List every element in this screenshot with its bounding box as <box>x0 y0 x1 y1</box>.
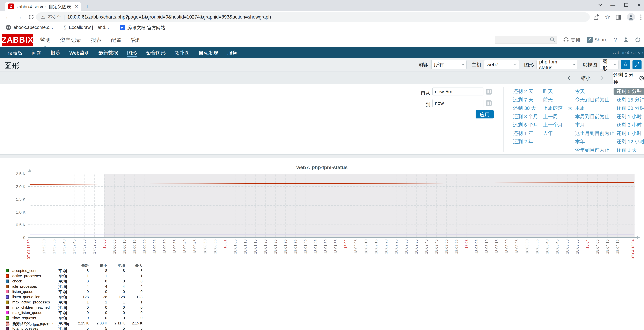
window-minimize-button[interactable]: — <box>610 2 616 8</box>
main-menu-item[interactable]: 报表 <box>91 36 102 44</box>
legend-series-name: listen_queue_len <box>12 294 58 299</box>
x-axis-tick-label: 18:01 <box>223 239 227 265</box>
browser-tab[interactable]: Z zabbix4-server: 自定义图表 [每 × <box>5 2 81 11</box>
quick-range-link[interactable]: 还剩 6 小时 <box>616 130 644 137</box>
help-link[interactable]: ? <box>614 37 617 43</box>
avatar[interactable] <box>627 13 635 21</box>
subnav-item[interactable]: 问题 <box>27 47 46 58</box>
x-axis-tick-label: 17:59:40 <box>62 239 66 265</box>
user-settings-icon[interactable] <box>623 37 629 43</box>
quick-range-link[interactable]: 上一周 <box>543 113 572 120</box>
subnav-item[interactable]: 服务 <box>223 47 242 58</box>
quick-range-link[interactable]: 还剩 2 天 <box>513 88 538 95</box>
quick-range-link[interactable]: 这个月到目前为止 <box>575 130 614 137</box>
main-menu-item[interactable]: 资产记录 <box>60 36 81 44</box>
quick-range-link[interactable]: 昨天 <box>543 88 572 95</box>
share-icon[interactable] <box>593 14 600 20</box>
quick-range-link[interactable]: 还剩 1 年 <box>513 130 538 137</box>
add-to-favorites-button[interactable]: ☆ <box>621 60 630 69</box>
zabbix-share-icon: Z <box>586 37 593 43</box>
quick-range-link[interactable]: 本月 <box>575 121 614 128</box>
host-select[interactable]: web7 <box>484 60 519 69</box>
url-text[interactable]: 10.0.0.61/zabbix/charts.php?page=1&group… <box>67 14 271 20</box>
side-panel-icon[interactable] <box>616 15 622 20</box>
quick-range-link[interactable]: 今天到目前为止 <box>575 96 614 103</box>
back-button[interactable]: ← <box>5 14 11 20</box>
legend-series-name: max_active_processes <box>12 299 58 305</box>
y-axis-tick-mark <box>28 212 30 212</box>
quick-range-link[interactable]: 本年 <box>575 138 614 145</box>
quick-range-link[interactable]: 今年到目前为止 <box>575 147 614 154</box>
window-close-button[interactable]: × <box>637 2 641 9</box>
quick-range-link[interactable]: 还剩 1 天 <box>616 147 644 154</box>
quick-range-link[interactable]: 还剩 2 年 <box>513 138 538 145</box>
subnav-item[interactable]: 最新数据 <box>94 47 122 58</box>
view-as-select[interactable]: 图形 <box>600 60 619 69</box>
time-forward-chevron-icon[interactable] <box>599 76 604 80</box>
main-menu-item[interactable]: 监测 <box>40 36 50 44</box>
y-axis <box>30 172 30 238</box>
bookmark-item[interactable]: §Excalidraw | Hand... <box>64 25 109 30</box>
quick-range-link[interactable]: 还剩 12 小时 <box>616 138 644 145</box>
time-back-chevron-icon[interactable] <box>568 76 572 80</box>
zabbix-logo[interactable]: ZABBIX <box>2 34 33 46</box>
support-link[interactable]: 支持 <box>563 36 580 43</box>
legend-func: [平均] <box>58 284 74 289</box>
subnav-item[interactable]: 仪表板 <box>3 47 27 58</box>
subnav-item[interactable]: 聚合图形 <box>142 47 170 58</box>
expand-icon <box>634 62 640 67</box>
quick-range-link[interactable]: 还剩 15 分钟 <box>616 96 644 103</box>
kiosk-mode-button[interactable] <box>632 60 642 69</box>
x-axis-tick-label: 18:04:15 <box>616 239 620 265</box>
quick-range-link[interactable]: 上一个月 <box>543 121 572 128</box>
logout-icon[interactable] <box>635 37 641 43</box>
new-tab-button[interactable]: + <box>86 3 89 10</box>
legend-row: max_active_processes[平均]1111 <box>6 299 142 305</box>
quick-range-link[interactable]: 还剩 3 小时 <box>616 121 644 128</box>
quick-range-link[interactable]: 上周的这一天 <box>543 105 572 112</box>
quick-range-link[interactable]: 去年 <box>543 130 572 137</box>
quick-range-link[interactable]: 还剩 7 天 <box>513 96 538 103</box>
subnav-item[interactable]: 图形 <box>122 47 142 58</box>
group-select[interactable]: 所有 <box>431 60 466 69</box>
browser-menu-icon[interactable] <box>640 15 642 20</box>
main-menu-item[interactable]: 管理 <box>131 36 142 44</box>
reload-button[interactable] <box>28 14 34 20</box>
quick-range-link[interactable]: 前天 <box>543 96 572 103</box>
to-input[interactable] <box>432 99 484 107</box>
share-link[interactable]: Z Share <box>586 37 608 43</box>
bookmark-item[interactable]: 腾讯文档-官方网站... <box>120 24 169 31</box>
to-calendar-icon[interactable] <box>486 100 492 106</box>
x-axis-tick-label: 18:00:40 <box>183 239 187 265</box>
quick-range-link[interactable]: 还剩 5 分钟 <box>614 88 644 95</box>
group-label: 群组 <box>419 61 429 68</box>
from-input[interactable] <box>432 88 484 96</box>
quick-range-link[interactable]: 还剩 1 小时 <box>616 113 644 120</box>
tab-close-icon[interactable]: × <box>75 3 78 10</box>
search-input[interactable] <box>495 36 557 44</box>
quick-range-link[interactable]: 还剩 6 个月 <box>513 121 538 128</box>
apply-button[interactable]: 应用 <box>476 110 494 118</box>
bookmark-item[interactable]: ebook.apecome.c... <box>6 25 53 30</box>
quick-range-link[interactable]: 今天 <box>575 88 614 95</box>
subnav-item[interactable]: 拓扑图 <box>170 47 194 58</box>
subnav-item[interactable]: 概览 <box>46 47 65 58</box>
forward-button[interactable]: → <box>16 14 22 20</box>
quick-range-link[interactable]: 本周 <box>575 105 614 112</box>
legend-max: 1 <box>125 299 142 305</box>
from-calendar-icon[interactable] <box>486 89 492 95</box>
bookmark-star-icon[interactable]: ☆ <box>605 14 610 20</box>
window-maximize-button[interactable] <box>624 3 628 7</box>
time-range-tab[interactable]: 还剩 5 分钟 <box>613 72 644 84</box>
subnav-item[interactable]: 自动发现 <box>194 47 223 58</box>
quick-range-link[interactable]: 还剩 3 个月 <box>513 113 538 120</box>
quick-range-link[interactable]: 还剩 30 天 <box>513 105 538 112</box>
subnav-item[interactable]: Web监测 <box>65 47 94 58</box>
quick-range-link[interactable]: 还剩 30 分钟 <box>616 105 644 112</box>
graph-select[interactable]: php-fpm-status <box>536 60 578 69</box>
tab-search-chevron-icon[interactable] <box>598 3 602 6</box>
quick-range-link[interactable]: 本周到目前为止 <box>575 113 614 120</box>
address-bar[interactable]: ⚠ 不安全 | 10.0.0.61/zabbix/charts.php?page… <box>36 13 590 22</box>
main-menu-item[interactable]: 配置 <box>111 36 122 44</box>
zoom-out-button[interactable]: 缩小 <box>581 74 591 82</box>
